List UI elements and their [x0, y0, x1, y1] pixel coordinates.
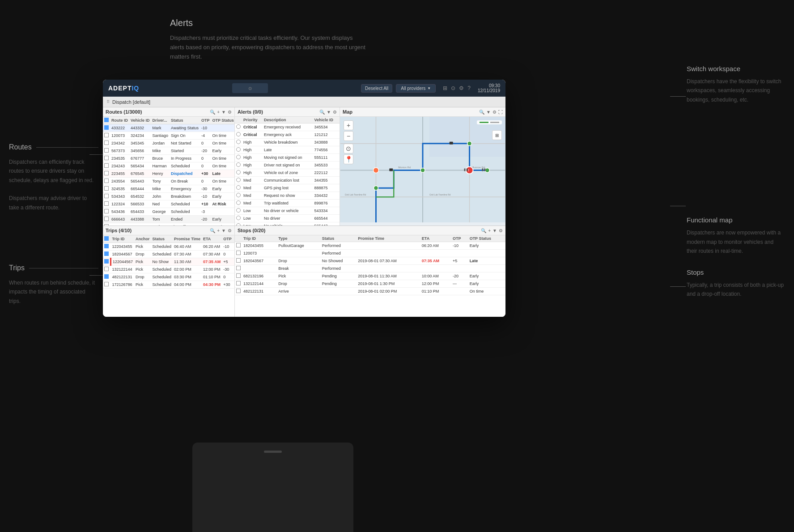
- table-row[interactable]: High Moving not signed on 555111: [235, 154, 340, 162]
- trips-table-scroll[interactable]: Trip ID Anchor Status Promise Time ETA O…: [103, 235, 234, 317]
- stop-checkbox[interactable]: [236, 243, 241, 247]
- table-row[interactable]: 122043455 Pick Scheduled 06:40 AM 06:20 …: [103, 243, 234, 251]
- routes-add-icon[interactable]: +: [217, 110, 220, 115]
- map-filter-icon[interactable]: ▼: [486, 110, 491, 115]
- alert-radio[interactable]: [236, 178, 241, 182]
- routes-select-all-checkbox[interactable]: [104, 118, 109, 122]
- routes-search-icon[interactable]: 🔍: [210, 110, 215, 115]
- stops-search-icon[interactable]: 🔍: [481, 228, 486, 233]
- table-row[interactable]: 534343 654532 John Breakdown -10 Early: [103, 193, 234, 200]
- alerts-settings-icon[interactable]: ⚙: [333, 110, 337, 115]
- alert-radio[interactable]: [236, 132, 241, 136]
- stop-checkbox[interactable]: [236, 289, 241, 293]
- table-row[interactable]: Med Request no show 334432: [235, 192, 340, 200]
- table-row[interactable]: Critical Emergency received 345534: [235, 123, 340, 131]
- stops-filter-icon[interactable]: ▼: [493, 228, 497, 233]
- alert-radio[interactable]: [236, 170, 241, 174]
- alert-radio[interactable]: [236, 124, 241, 129]
- stop-checkbox[interactable]: [236, 251, 241, 255]
- camera-btn[interactable]: ⊙: [232, 83, 268, 93]
- clock-icon[interactable]: ⊙: [451, 85, 455, 91]
- alert-radio[interactable]: [236, 162, 241, 167]
- table-row[interactable]: 172126786 Pick Scheduled 04:00 PM 04:30 …: [103, 281, 234, 289]
- help-icon[interactable]: ?: [467, 85, 471, 91]
- table-row[interactable]: Break Performed: [235, 265, 505, 272]
- table-row[interactable]: 765443 667999 Ned Sign Off 0 On Time: [103, 223, 234, 226]
- table-row[interactable]: 182044567 Drop Scheduled 07:30 AM 07:30 …: [103, 251, 234, 258]
- table-row[interactable]: 182043455 PulloutGarage Performed 06:20 …: [235, 242, 505, 250]
- table-row[interactable]: 243554 565443 Tony On Break 0 On time: [103, 178, 234, 185]
- row-checkbox[interactable]: [104, 171, 109, 175]
- table-row[interactable]: 567373 345656 Mike Started -20 Early: [103, 147, 234, 155]
- stop-checkbox[interactable]: [236, 266, 241, 270]
- trip-checkbox[interactable]: [104, 259, 109, 264]
- alert-radio[interactable]: [236, 223, 241, 226]
- map-area[interactable]: Morton Rd Munroe Rd Grid Lab Townline Rd…: [340, 117, 505, 222]
- row-checkbox[interactable]: [104, 148, 109, 153]
- alert-radio[interactable]: [236, 193, 241, 197]
- table-row[interactable]: Med GPS ping lost 888875: [235, 184, 340, 192]
- stops-table-scroll[interactable]: Trip ID Type Status Promise Time ETA OTP…: [235, 235, 505, 317]
- table-row[interactable]: 482122131 Drop Scheduled 03:30 PM 01:10 …: [103, 273, 234, 281]
- table-row[interactable]: Low No driver or vehicle 543334: [235, 207, 340, 215]
- table-row[interactable]: Med Communication lost 344355: [235, 177, 340, 184]
- map-search-icon[interactable]: 🔍: [479, 110, 484, 115]
- table-row[interactable]: High Vehicle out of zone 222112: [235, 169, 340, 177]
- table-row[interactable]: High Vehicle breakdown 343888: [235, 139, 340, 146]
- table-row[interactable]: 122324 566533 Ned Scheduled +10 At Risk: [103, 200, 234, 208]
- route-select-button[interactable]: 📍: [344, 154, 353, 164]
- trips-add-icon[interactable]: +: [217, 228, 220, 233]
- table-row[interactable]: 324535 665444 Mike Emergency -30 Early: [103, 185, 234, 193]
- alerts-table-scroll[interactable]: Priority Description Vehicle ID Critical…: [235, 117, 340, 226]
- table-row[interactable]: 122044567 Pick No Show 11:30 AM 07:35 AM…: [103, 258, 234, 266]
- table-row[interactable]: 120073 Performed: [235, 250, 505, 257]
- table-row[interactable]: 132122144 Drop Pending 2019-08-01 1:30 P…: [235, 280, 505, 288]
- map-fullscreen-icon[interactable]: ⛶: [498, 110, 503, 115]
- row-checkbox[interactable]: [104, 140, 109, 145]
- stops-add-icon[interactable]: +: [488, 228, 491, 233]
- location-button[interactable]: ⊙: [344, 144, 353, 153]
- table-row[interactable]: 223455 676545 Henry Dispatched +30 Late: [103, 170, 234, 178]
- zoom-out-button[interactable]: −: [344, 131, 353, 141]
- deselect-all-button[interactable]: Deselect All: [361, 84, 392, 93]
- table-row[interactable]: 234535 676777 Bruce In Progress 0 On tim…: [103, 155, 234, 162]
- table-row[interactable]: 234243 565434 Harman Scheduled 0 On time: [103, 162, 234, 170]
- map-settings-icon[interactable]: ⚙: [493, 110, 497, 115]
- table-row[interactable]: 666643 443388 Tom Ended -20 Early: [103, 216, 234, 223]
- routes-settings-icon[interactable]: ⚙: [228, 110, 232, 115]
- alert-radio[interactable]: [236, 200, 241, 205]
- alert-radio[interactable]: [236, 208, 241, 213]
- row-checkbox[interactable]: [104, 125, 109, 130]
- row-checkbox[interactable]: [104, 209, 109, 213]
- trips-select-all-checkbox[interactable]: [104, 236, 109, 241]
- trip-checkbox[interactable]: [104, 251, 109, 256]
- table-row[interactable]: Low No driver 665544: [235, 215, 340, 222]
- alerts-search-icon[interactable]: 🔍: [319, 110, 325, 115]
- settings-icon[interactable]: ⚙: [459, 85, 464, 91]
- table-row[interactable]: 543436 654433 George Scheduled -3: [103, 208, 234, 216]
- table-row[interactable]: 234342 345345 Jordan Not Started 0 On ti…: [103, 140, 234, 147]
- routes-table-scroll[interactable]: Route ID Vehicle ID Driver... Status OTP…: [103, 117, 234, 226]
- stops-settings-icon[interactable]: ⚙: [499, 228, 503, 233]
- alert-radio[interactable]: [236, 155, 241, 159]
- table-row[interactable]: 120073 324234 Santiago Sign On -4 On tim…: [103, 132, 234, 140]
- alert-radio[interactable]: [236, 140, 241, 144]
- row-checkbox[interactable]: [104, 133, 109, 137]
- providers-button[interactable]: All providers ▼: [396, 84, 436, 93]
- trips-filter-icon[interactable]: ▼: [221, 228, 226, 233]
- stop-checkbox[interactable]: [236, 281, 241, 285]
- zoom-in-button[interactable]: +: [344, 120, 353, 130]
- route-filter-button[interactable]: ⊞: [492, 130, 502, 140]
- table-row[interactable]: Low No vehicle 565443: [235, 222, 340, 226]
- alert-radio[interactable]: [236, 185, 241, 190]
- table-row[interactable]: 482122131 Arrive 2019-08-01 02:00 PM 01:…: [235, 288, 505, 295]
- stop-checkbox[interactable]: [236, 258, 241, 263]
- row-checkbox[interactable]: [104, 194, 109, 198]
- grid-icon[interactable]: ⊞: [443, 85, 447, 91]
- row-checkbox[interactable]: [104, 179, 109, 183]
- table-row[interactable]: High Driver not signed on 345533: [235, 162, 340, 169]
- row-checkbox[interactable]: [104, 224, 109, 226]
- trip-checkbox[interactable]: [104, 282, 109, 286]
- row-checkbox[interactable]: [104, 156, 109, 160]
- row-checkbox[interactable]: [104, 201, 109, 206]
